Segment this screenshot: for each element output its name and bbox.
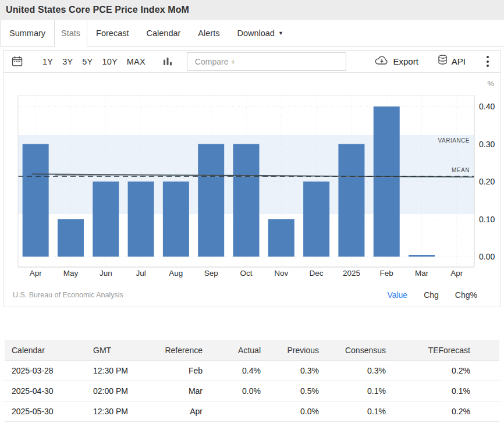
column-chart-icon[interactable]: [163, 56, 173, 66]
api-button[interactable]: API: [438, 55, 466, 68]
x-tick-label-Jul: Jul: [136, 269, 145, 278]
export-button[interactable]: Export: [375, 55, 418, 68]
y-tick-label: 0.00: [479, 252, 495, 261]
range-button-1y[interactable]: 1Y: [38, 57, 58, 66]
range-button-5y[interactable]: 5Y: [77, 57, 97, 66]
cell-previous: 0.0%: [267, 401, 325, 422]
column-header-teforecast: TEForecast: [392, 340, 499, 361]
cell-reference: Apr: [156, 401, 208, 422]
tab-alerts[interactable]: Alerts: [189, 20, 228, 46]
y-tick-label: 0.30: [479, 140, 495, 149]
bar-chart: 0.000.100.200.300.40%VARIANCEMEANAprMayJ…: [3, 73, 501, 286]
cell-consensus: 0.3%: [325, 361, 392, 381]
tab-stats[interactable]: Stats: [54, 20, 87, 47]
x-tick-label-Dec: Dec: [310, 269, 324, 278]
cell-consensus: 0.1%: [325, 401, 392, 422]
y-axis-unit: %: [487, 79, 494, 88]
tab-calendar[interactable]: Calendar: [138, 20, 190, 46]
x-tick-label-Jun: Jun: [100, 269, 112, 278]
bar-2025: [338, 144, 364, 257]
export-label: Export: [393, 56, 418, 66]
chart-canvas: 0.000.100.200.300.40%VARIANCEMEANAprMayJ…: [3, 73, 501, 286]
kebab-menu-icon[interactable]: [487, 55, 489, 67]
cell-gmt: 12:30 PM: [86, 401, 156, 422]
x-tick-label-Apr: Apr: [30, 269, 42, 278]
chg-link[interactable]: Chg: [424, 290, 439, 300]
variance-label: VARIANCE: [438, 137, 470, 144]
toolbar-right: Export API: [375, 55, 489, 68]
calendar-icon[interactable]: [12, 56, 23, 67]
cell-gmt: 02:00 PM: [86, 381, 156, 401]
cell-teforecast: 0.2%: [392, 361, 499, 381]
bar-Jun: [93, 182, 119, 257]
x-tick-label-Oct: Oct: [240, 269, 252, 278]
chart-card: 1Y3Y5Y10YMAX Export: [3, 50, 501, 307]
bar-Sep: [198, 144, 224, 257]
table-row[interactable]: 2025-04-3002:00 PMMar0.0%0.5%0.1%0.1%: [5, 381, 499, 401]
x-tick-label-Sep: Sep: [204, 269, 218, 278]
cell-gmt: 12:30 PM: [86, 361, 156, 381]
column-header-previous: Previous: [267, 340, 325, 361]
column-header-reference: Reference: [156, 340, 208, 361]
range-button-3y[interactable]: 3Y: [58, 57, 77, 66]
bar-May: [58, 219, 84, 257]
chart-footer: U.S. Bureau of Economic Analysis Value C…: [3, 286, 501, 307]
column-header-consensus: Consensus: [325, 340, 392, 361]
column-header-calendar: Calendar: [5, 340, 86, 361]
calendar-table-header: CalendarGMTReferenceActualPreviousConsen…: [5, 340, 499, 361]
cell-calendar: 2025-04-30: [5, 381, 86, 401]
y-tick-label: 0.40: [479, 102, 495, 111]
cell-consensus: 0.1%: [325, 381, 392, 401]
tab-forecast[interactable]: Forecast: [87, 20, 137, 46]
bar-Dec: [303, 182, 329, 257]
table-row[interactable]: 2025-05-3012:30 PMApr0.0%0.1%0.2%: [5, 401, 499, 422]
chgpct-link[interactable]: Chg%: [455, 290, 477, 300]
bar-Aug: [163, 182, 189, 257]
bar-Apr: [23, 144, 49, 257]
tab-bar: Summary Stats Forecast Calendar Alerts D…: [0, 20, 504, 47]
cell-reference: Feb: [156, 361, 208, 381]
range-button-max[interactable]: MAX: [122, 57, 150, 66]
caret-down-icon: ▼: [278, 30, 283, 36]
x-tick-label-Aug: Aug: [169, 269, 183, 278]
calendar-table: CalendarGMTReferenceActualPreviousConsen…: [5, 340, 499, 422]
source-attribution: U.S. Bureau of Economic Analysis: [13, 291, 123, 299]
cell-previous: 0.3%: [267, 361, 325, 381]
database-icon: [438, 55, 448, 68]
footer-links: Value Chg Chg%: [371, 290, 477, 300]
calendar-table-section: CalendarGMTReferenceActualPreviousConsen…: [5, 340, 499, 422]
cell-teforecast: 0.2%: [392, 401, 499, 422]
cell-actual: 0.4%: [208, 361, 267, 381]
x-tick-label-Nov: Nov: [274, 269, 288, 278]
cell-previous: 0.5%: [267, 381, 325, 401]
cell-teforecast: 0.1%: [392, 381, 499, 401]
bar-Jul: [128, 182, 154, 257]
bar-Nov: [268, 219, 294, 257]
chart-toolbar: 1Y3Y5Y10YMAX Export: [3, 51, 501, 73]
x-tick-label-May: May: [63, 269, 79, 278]
y-tick-label: 0.10: [479, 215, 495, 224]
page-title: United States Core PCE Price Index MoM: [6, 5, 189, 15]
cell-actual: 0.0%: [208, 381, 267, 401]
cell-actual: [208, 401, 267, 422]
x-tick-label-Apr: Apr: [450, 269, 463, 278]
x-tick-label-2025: 2025: [343, 269, 360, 278]
bar-Feb: [374, 106, 400, 257]
title-bar: United States Core PCE Price Index MoM: [0, 0, 504, 20]
cell-reference: Mar: [156, 381, 208, 401]
tab-summary[interactable]: Summary: [1, 20, 54, 46]
api-label: API: [452, 56, 466, 66]
range-button-10y[interactable]: 10Y: [97, 57, 122, 66]
cell-calendar: 2025-05-30: [5, 401, 86, 422]
value-link[interactable]: Value: [387, 290, 407, 300]
tab-download[interactable]: Download ▼: [228, 20, 292, 46]
bar-Mar: [409, 255, 435, 257]
y-tick-label: 0.20: [479, 177, 495, 186]
column-header-gmt: GMT: [86, 340, 156, 361]
table-row[interactable]: 2025-03-2812:30 PMFeb0.4%0.3%0.3%0.2%: [5, 361, 499, 381]
mean-label: MEAN: [452, 167, 470, 173]
compare-input[interactable]: [187, 52, 346, 71]
bar-Oct: [233, 144, 260, 257]
tab-download-label: Download: [237, 29, 275, 38]
cloud-download-icon: [375, 55, 389, 68]
